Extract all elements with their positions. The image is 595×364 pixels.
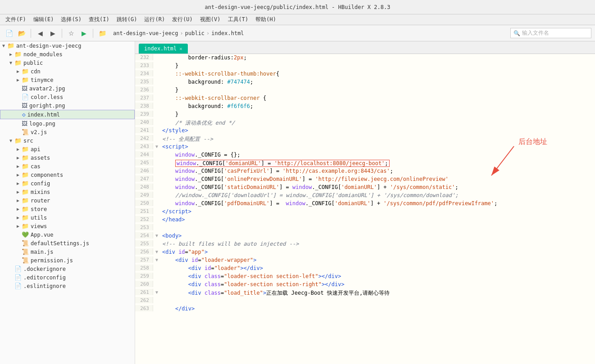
- sidebar-item-components[interactable]: ▶ 📁 components: [0, 171, 135, 179]
- fold-arrow[interactable]: ▼: [153, 289, 160, 295]
- tree-arrow: ▶: [14, 77, 22, 82]
- menu-jump[interactable]: 跳转(G): [113, 16, 141, 23]
- tree-item-label: views: [31, 223, 47, 229]
- sidebar-item-goright[interactable]: 🖼 goright.png: [0, 101, 135, 110]
- menu-tools[interactable]: 工具(T): [224, 16, 252, 23]
- sidebar-item-assets[interactable]: ▶ 📁 assets: [0, 153, 135, 162]
- sidebar-item-src[interactable]: ▼ 📁 src: [0, 136, 135, 145]
- sidebar-item-dockerignore[interactable]: 📄 .dockerignore: [0, 265, 135, 273]
- tree-file-icon: 📜: [22, 257, 29, 264]
- sidebar-item-permission[interactable]: 📜 permission.js: [0, 256, 135, 265]
- sidebar-item-api[interactable]: ▶ 📁 api: [0, 145, 135, 153]
- breadcrumb-file[interactable]: index.html: [211, 30, 244, 36]
- code-line-247: 247 window._CONFIG['onlinePreviewDomainU…: [135, 175, 595, 184]
- sidebar-item-public[interactable]: ▼ 📁 public: [0, 58, 135, 67]
- breadcrumb-folder[interactable]: public: [185, 30, 204, 36]
- sidebar-item-avatar2[interactable]: 🖼 avatar2.jpg: [0, 84, 135, 93]
- fold-arrow[interactable]: ▼: [153, 143, 160, 149]
- sidebar-item-cdn[interactable]: ▶ 📁 cdn: [0, 67, 135, 76]
- tab-close-icon[interactable]: ✕: [179, 46, 182, 52]
- sidebar-item-editorconfig[interactable]: 📄 .editorconfig: [0, 273, 135, 282]
- line-number: 259: [135, 273, 153, 279]
- code-content: window._CONFIG['staticDomainURL'] = wind…: [160, 184, 595, 190]
- tree-file-icon: 📜: [22, 129, 29, 135]
- fold-arrow: [153, 103, 160, 103]
- tree-file-icon: 📁: [22, 146, 29, 153]
- line-number: 234: [135, 70, 153, 76]
- code-content: <div id="loader-wrapper">: [160, 256, 595, 263]
- menu-select[interactable]: 选择(S): [57, 16, 85, 23]
- line-number: 246: [135, 167, 153, 174]
- sidebar-item-mainjs[interactable]: 📜 main.js: [0, 247, 135, 256]
- sidebar-item-eslintignore[interactable]: 📄 .eslintignore: [0, 282, 135, 290]
- back-button[interactable]: ◀: [35, 28, 45, 39]
- fold-arrow: [153, 86, 160, 87]
- menu-publish[interactable]: 发行(U): [168, 16, 196, 23]
- code-line-233: 233 }: [135, 62, 595, 70]
- sidebar-item-root[interactable]: ▼ 📁 ant-design-vue-jeecg: [0, 41, 135, 50]
- menu-view[interactable]: 视图(V): [196, 16, 224, 23]
- sidebar-item-tinymce[interactable]: ▶ 📁 tinymce: [0, 76, 135, 84]
- sidebar-item-defaultSettings[interactable]: 📜 defaultSettings.js: [0, 239, 135, 247]
- fold-arrow: [153, 192, 160, 193]
- code-line-238: 238 background: #f6f6f6;: [135, 103, 595, 111]
- menu-run[interactable]: 运行(R): [141, 16, 168, 23]
- search-icon: 🔍: [513, 30, 520, 36]
- tree-arrow: ▶: [14, 172, 22, 177]
- sidebar-item-mixins[interactable]: ▶ 📁 mixins: [0, 188, 135, 196]
- run-button[interactable]: ▶: [78, 28, 89, 39]
- line-number: 244: [135, 151, 153, 157]
- tree-file-icon: ◇: [22, 111, 26, 118]
- tree-arrow: ▶: [14, 155, 22, 160]
- forward-button[interactable]: ▶: [47, 28, 58, 39]
- sidebar-item-appvue[interactable]: 💚 App.vue: [0, 230, 135, 239]
- search-box[interactable]: 🔍 输入文件名: [510, 28, 591, 38]
- favorite-button[interactable]: ☆: [66, 28, 77, 39]
- sidebar-item-logo[interactable]: 🖼 logo.png: [0, 119, 135, 128]
- sidebar-item-utils[interactable]: ▶ 📁 utils: [0, 213, 135, 222]
- menu-file[interactable]: 文件(F): [2, 16, 30, 23]
- sidebar-item-index[interactable]: ◇ index.html: [0, 110, 135, 119]
- tree-item-label: goright.png: [29, 103, 65, 109]
- fold-arrow[interactable]: ▼: [153, 232, 160, 238]
- code-content: <script>: [160, 143, 595, 150]
- sidebar-item-v2[interactable]: 📜 v2.js: [0, 128, 135, 136]
- fold-arrow[interactable]: ▼: [153, 256, 160, 262]
- line-number: 248: [135, 184, 153, 190]
- tab-bar: index.html ✕: [135, 41, 595, 54]
- code-line-232: 232 border-radius:2px;: [135, 54, 595, 62]
- sidebar-item-config[interactable]: ▶ 📁 config: [0, 179, 135, 188]
- sidebar-item-node_modules[interactable]: ▶ 📁 node_modules: [0, 50, 135, 58]
- fold-arrow: [153, 54, 160, 55]
- menu-find[interactable]: 查找(I): [85, 16, 113, 23]
- code-line-246: 246 window._CONFIG['casPrefixUrl'] = 'ht…: [135, 167, 595, 175]
- menu-edit[interactable]: 编辑(E): [30, 16, 58, 23]
- tree-arrow: ▼: [0, 43, 7, 48]
- menu-help[interactable]: 帮助(H): [252, 16, 280, 23]
- breadcrumb: ant-design-vue-jeecg › public › index.ht…: [113, 30, 244, 36]
- sidebar-item-store[interactable]: ▶ 📁 store: [0, 205, 135, 213]
- fold-arrow[interactable]: ▼: [153, 248, 160, 254]
- fold-arrow: [153, 78, 160, 79]
- folder-button[interactable]: 📁: [97, 28, 108, 39]
- breadcrumb-project[interactable]: ant-design-vue-jeecg: [113, 30, 178, 36]
- tree-file-icon: 📁: [22, 197, 29, 204]
- sidebar-item-router[interactable]: ▶ 📁 router: [0, 196, 135, 205]
- sidebar-item-color[interactable]: 📄 color.less: [0, 93, 135, 101]
- code-content: window._CONFIG['onlinePreviewDomainURL']…: [160, 175, 595, 182]
- new-file-button[interactable]: 📄: [4, 28, 14, 39]
- code-content: [160, 297, 595, 297]
- tab-index-html[interactable]: index.html ✕: [139, 44, 188, 54]
- code-line-243: 243 ▼ <script>: [135, 143, 595, 151]
- tree-arrow: ▶: [14, 181, 22, 186]
- toolbar-sep-2: [62, 29, 62, 38]
- line-number: 252: [135, 216, 153, 222]
- sidebar-item-cas[interactable]: ▶ 📁 cas: [0, 162, 135, 171]
- code-area[interactable]: 232 border-radius:2px; 233 } 234 ::-webk…: [135, 54, 595, 364]
- menubar: 文件(F) 编辑(E) 选择(S) 查找(I) 跳转(G) 运行(R) 发行(U…: [0, 14, 595, 25]
- tree-item-label: public: [23, 60, 43, 66]
- sidebar-item-views[interactable]: ▶ 📁 views: [0, 222, 135, 230]
- open-button[interactable]: 📂: [16, 28, 27, 39]
- line-number: 255: [135, 240, 153, 247]
- line-number: 245: [135, 159, 153, 166]
